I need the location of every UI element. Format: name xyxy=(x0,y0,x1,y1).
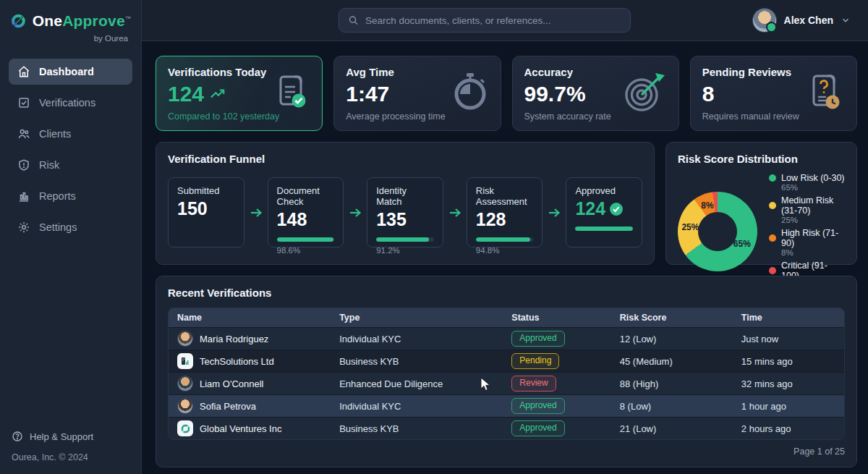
question-circle-icon xyxy=(12,431,23,442)
user-avatar[interactable] xyxy=(752,8,777,33)
risk-score: 21 (Low) xyxy=(611,418,733,440)
sidebar-item-label: Dashboard xyxy=(39,66,94,77)
funnel-step-document-check: Document Check 148 98.6% xyxy=(268,177,344,247)
status-badge: Approved xyxy=(511,398,564,414)
stat-value: 8 xyxy=(702,82,715,106)
verification-type: Business KYB xyxy=(331,418,503,440)
legend-dot xyxy=(769,234,776,242)
user-menu[interactable]: Alex Chen xyxy=(752,8,851,33)
stat-card-verifications-today: Verifications Today 124 Compared to 102 … xyxy=(156,56,323,131)
time-ago: 15 mins ago xyxy=(733,350,844,373)
trend-up-icon xyxy=(210,88,226,100)
step-value: 150 xyxy=(177,198,208,219)
client-name: Global Ventures Inc xyxy=(200,423,281,434)
donut-slice-label: 8% xyxy=(701,200,713,211)
stopwatch-icon xyxy=(451,71,490,116)
legend-dot xyxy=(769,202,776,209)
column-header-type[interactable]: Type xyxy=(331,308,503,328)
verification-type: Business KYB xyxy=(331,350,503,373)
client-name: Sofia Petrova xyxy=(200,401,256,412)
sidebar-item-reports[interactable]: Reports xyxy=(9,183,132,209)
column-header-risk-score[interactable]: Risk Score xyxy=(611,308,733,328)
column-header-name[interactable]: Name xyxy=(169,308,331,328)
stat-card-accuracy: Accuracy 99.7% System accuracy rate xyxy=(512,56,679,131)
step-label: Approved xyxy=(575,185,633,196)
table-row[interactable]: TechSolutions Ltd Business KYB Pending 4… xyxy=(169,350,844,373)
legend-item: High Risk (71-90) 8% xyxy=(769,228,845,257)
sidebar-item-verifications[interactable]: Verifications xyxy=(9,90,132,116)
column-header-time[interactable]: Time xyxy=(733,308,844,328)
progress-bar xyxy=(575,227,633,231)
legend-percentage: 65% xyxy=(781,183,845,192)
progress-bar xyxy=(277,237,335,242)
donut-slice-label: 25% xyxy=(681,222,699,232)
step-label: Submitted xyxy=(177,185,235,196)
legend-label: High Risk (71-90) xyxy=(781,228,845,248)
table-row[interactable]: Global Ventures Inc Business KYB Approve… xyxy=(169,418,844,440)
stat-value: 124 xyxy=(168,82,204,106)
pagination-label[interactable]: Page 1 of 25 xyxy=(168,447,845,457)
step-percentage: 91.2% xyxy=(376,246,434,255)
arrow-right-icon xyxy=(548,207,561,219)
legend-label: Medium Risk (31-70) xyxy=(781,195,845,216)
recent-verifications-panel: Recent Verifications Name Type Status Ri… xyxy=(156,276,857,467)
funnel-step-risk-assessment: Risk Assessment 128 94.8% xyxy=(467,177,543,247)
table-row[interactable]: Sofia Petrova Individual KYC Approved 8 … xyxy=(169,395,844,418)
status-badge: Approved xyxy=(511,420,564,436)
home-icon xyxy=(17,65,30,78)
verification-type: Individual KYC xyxy=(331,328,503,350)
verifications-table: Name Type Status Risk Score Time Maria R… xyxy=(169,308,844,439)
step-value: 124 xyxy=(575,198,605,219)
legend-dot xyxy=(769,267,776,274)
sidebar: OneApprove™ by Ourea Dashboard Verificat… xyxy=(0,0,142,474)
risk-panel-title: Risk Score Distribution xyxy=(678,153,845,165)
target-arrow-icon xyxy=(623,70,668,117)
risk-score: 45 (Medium) xyxy=(611,350,733,373)
table-row[interactable]: Maria Rodriguez Individual KYC Approved … xyxy=(169,328,844,350)
table-title: Recent Verifications xyxy=(168,287,845,299)
document-check-icon xyxy=(271,71,311,116)
stat-card-pending-reviews: Pending Reviews 8 Requires manual review xyxy=(690,56,857,131)
company-building-icon xyxy=(177,353,193,369)
legend-percentage: 8% xyxy=(781,248,845,257)
check-circle-icon xyxy=(610,203,623,216)
table-row[interactable]: Liam O'Connell Enhanced Due Diligence Re… xyxy=(169,373,844,395)
global-search[interactable] xyxy=(339,8,631,33)
verification-type: Enhanced Due Diligence xyxy=(331,373,503,395)
time-ago: Just now xyxy=(733,328,844,350)
middle-row: Verification Funnel Submitted 150 Docume… xyxy=(156,142,857,265)
step-percentage: 94.8% xyxy=(476,246,534,255)
sidebar-item-label: Verifications xyxy=(39,97,95,109)
chevron-down-icon[interactable] xyxy=(841,15,851,25)
table-header-row: Name Type Status Risk Score Time xyxy=(169,308,844,328)
step-label: Identity Match xyxy=(376,185,434,207)
clipboard-check-icon xyxy=(17,96,30,109)
funnel-title: Verification Funnel xyxy=(168,153,642,165)
sidebar-item-clients[interactable]: Clients xyxy=(9,121,132,147)
client-name: Maria Rodriguez xyxy=(200,334,268,344)
risk-score: 88 (High) xyxy=(611,373,733,395)
funnel-steps: Submitted 150 Document Check 148 98.6% xyxy=(168,177,642,247)
legend-label: Low Risk (0-30) xyxy=(781,173,845,183)
search-input[interactable] xyxy=(365,15,621,26)
step-value: 128 xyxy=(476,209,506,230)
gear-icon xyxy=(17,221,30,234)
verification-funnel-panel: Verification Funnel Submitted 150 Docume… xyxy=(156,142,655,265)
arrow-right-icon xyxy=(448,207,461,219)
arrow-right-icon xyxy=(349,207,362,219)
risk-donut-chart: 65%25%8% xyxy=(678,192,757,271)
sidebar-nav: Dashboard Verifications Clients Risk Rep… xyxy=(0,59,141,240)
help-support-link[interactable]: Help & Support xyxy=(12,431,129,442)
column-header-status[interactable]: Status xyxy=(503,308,610,328)
step-label: Document Check xyxy=(277,185,335,207)
stat-value: 99.7% xyxy=(524,82,586,106)
sidebar-item-settings[interactable]: Settings xyxy=(9,214,132,240)
time-ago: 2 hours ago xyxy=(733,418,844,440)
bar-chart-icon xyxy=(17,190,30,203)
sidebar-item-risk[interactable]: Risk xyxy=(9,152,132,178)
sidebar-item-dashboard[interactable]: Dashboard xyxy=(9,59,132,85)
top-header: Alex Chen xyxy=(142,0,868,41)
brand-logo[interactable]: OneApprove™ by Ourea xyxy=(0,0,141,48)
risk-legend: Low Risk (0-30) 65% Medium Risk (31-70) … xyxy=(769,173,845,289)
client-name: TechSolutions Ltd xyxy=(200,356,274,367)
